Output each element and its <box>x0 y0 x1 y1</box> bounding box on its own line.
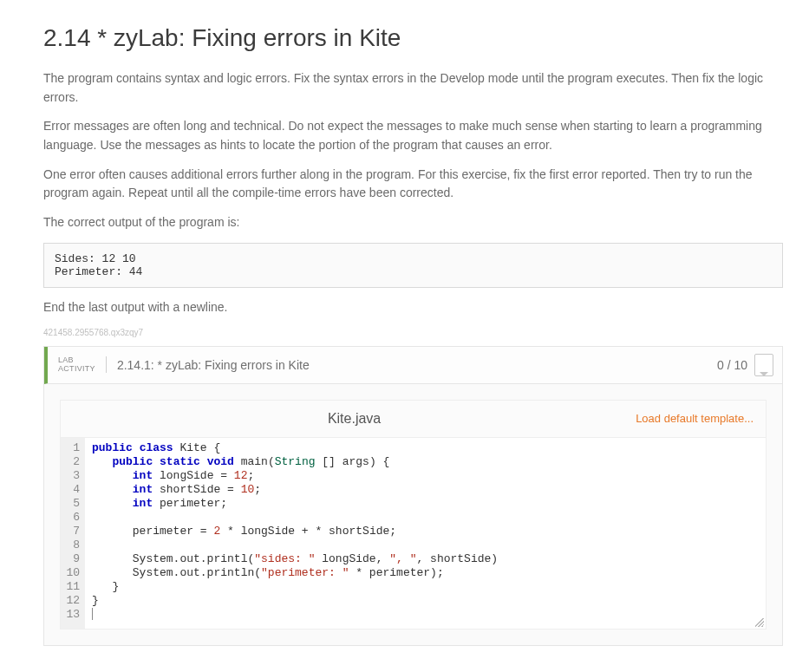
instruction-paragraph: The correct output of the program is: <box>43 213 783 232</box>
instruction-paragraph: Error messages are often long and techni… <box>43 117 783 154</box>
resize-handle-icon[interactable] <box>755 618 764 627</box>
instruction-paragraph: End the last output with a newline. <box>43 298 783 317</box>
load-default-template-link[interactable]: Load default template... <box>636 412 754 425</box>
page-title: 2.14 * zyLab: Fixing errors in Kite <box>43 24 783 52</box>
instruction-paragraph: The program contains syntax and logic er… <box>43 69 783 107</box>
lab-activity-box: LAB ACTIVITY 2.14.1: * zyLab: Fixing err… <box>43 346 783 646</box>
code-area[interactable]: 12345678910111213 public class Kite { pu… <box>61 438 766 629</box>
lab-activity-title: 2.14.1: * zyLab: Fixing errors in Kite <box>117 358 717 372</box>
filename-label: Kite.java <box>73 411 636 427</box>
code-editor: Kite.java Load default template... 12345… <box>60 400 767 630</box>
score-badge-icon <box>754 354 773 376</box>
lab-score: 0 / 10 <box>717 358 747 372</box>
lab-header: LAB ACTIVITY 2.14.1: * zyLab: Fixing err… <box>44 347 782 384</box>
code-content[interactable]: public class Kite { public static void m… <box>85 438 766 629</box>
line-number-gutter: 12345678910111213 <box>61 438 85 629</box>
expected-output: Sides: 12 10 Perimeter: 44 <box>43 243 783 288</box>
id-stamp: 421458.2955768.qx3zqy7 <box>43 328 783 337</box>
lab-activity-label: LAB ACTIVITY <box>58 356 107 374</box>
editor-header: Kite.java Load default template... <box>61 401 766 438</box>
instruction-paragraph: One error often causes additional errors… <box>43 166 783 203</box>
